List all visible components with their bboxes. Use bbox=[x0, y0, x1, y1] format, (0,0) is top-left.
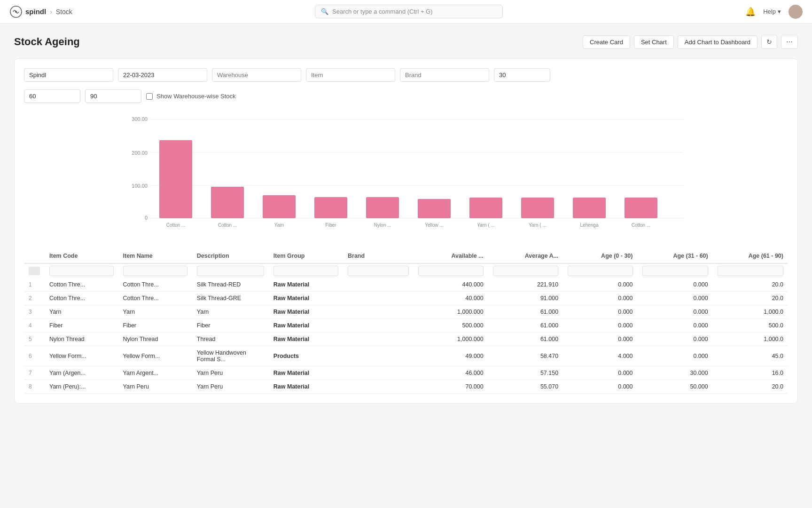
table-row: 4 Fiber Fiber Fiber Raw Material 500.000… bbox=[24, 319, 788, 333]
cell-item-code[interactable]: Cotton Thre... bbox=[45, 278, 118, 292]
logo[interactable]: spindl bbox=[9, 5, 46, 18]
company-filter[interactable] bbox=[24, 68, 113, 82]
filter-item-name[interactable] bbox=[123, 266, 187, 276]
filter-item-group[interactable] bbox=[273, 266, 338, 276]
cell-item-name[interactable]: Yarn Peru bbox=[118, 380, 192, 394]
cell-item-code[interactable]: Yellow Form... bbox=[45, 346, 118, 366]
filter-cell-name[interactable] bbox=[118, 263, 192, 278]
cell-avg-age: 58.470 bbox=[488, 346, 563, 366]
col-age31-60[interactable]: Age (31 - 60) bbox=[638, 249, 713, 263]
col-item-group[interactable]: Item Group bbox=[269, 249, 343, 263]
cell-item-group[interactable]: Raw Material bbox=[269, 366, 343, 380]
col-age61-90[interactable]: Age (61 - 90) bbox=[713, 249, 788, 263]
warehouse-filter[interactable] bbox=[212, 68, 301, 82]
cell-item-code[interactable]: Fiber bbox=[45, 319, 118, 333]
cell-item-code[interactable]: Yarn (Argen... bbox=[45, 366, 118, 380]
cell-item-name[interactable]: Nylon Thread bbox=[118, 333, 192, 346]
cell-avg-age: 55.070 bbox=[488, 380, 563, 394]
cell-item-group[interactable]: Products bbox=[269, 346, 343, 366]
bar-chart: 300.00 200.00 100.00 0 Cotton ... Cotton… bbox=[24, 112, 788, 244]
avatar[interactable] bbox=[789, 5, 803, 19]
cell-item-name[interactable]: Cotton Thre... bbox=[118, 278, 192, 292]
warehouse-checkbox[interactable] bbox=[146, 93, 153, 100]
item-filter[interactable] bbox=[306, 68, 395, 82]
filter-cell-age31[interactable] bbox=[638, 263, 713, 278]
cell-item-name[interactable]: Fiber bbox=[118, 319, 192, 333]
filter-item-code[interactable] bbox=[49, 266, 114, 276]
help-button[interactable]: Help ▾ bbox=[763, 8, 781, 15]
col-avg-age[interactable]: Average A... bbox=[488, 249, 563, 263]
cell-item-group[interactable]: Raw Material bbox=[269, 380, 343, 394]
cell-brand[interactable] bbox=[343, 292, 414, 305]
cell-description[interactable]: Yarn bbox=[192, 305, 269, 319]
search-area[interactable]: 🔍 Search or type a command (Ctrl + G) bbox=[315, 5, 503, 18]
cell-avg-age: 61.000 bbox=[488, 319, 563, 333]
filter-description[interactable] bbox=[197, 266, 264, 276]
date-filter[interactable] bbox=[118, 68, 207, 82]
cell-item-code[interactable]: Yarn bbox=[45, 305, 118, 319]
cell-item-group[interactable]: Raw Material bbox=[269, 305, 343, 319]
cell-description[interactable]: Yarn Peru bbox=[192, 366, 269, 380]
col-item-name[interactable]: Item Name bbox=[118, 249, 192, 263]
add-chart-button[interactable]: Add Chart to Dashboard bbox=[678, 35, 757, 49]
filter-cell-group[interactable] bbox=[269, 263, 343, 278]
cell-description[interactable]: Fiber bbox=[192, 319, 269, 333]
range1-filter[interactable] bbox=[494, 68, 550, 82]
brand-filter[interactable] bbox=[400, 68, 489, 82]
filter-age0-30[interactable] bbox=[568, 266, 632, 276]
cell-item-group[interactable]: Raw Material bbox=[269, 333, 343, 346]
cell-item-name[interactable]: Cotton Thre... bbox=[118, 292, 192, 305]
cell-item-name[interactable]: Yarn Argent... bbox=[118, 366, 192, 380]
search-box[interactable]: 🔍 Search or type a command (Ctrl + G) bbox=[315, 5, 503, 18]
svg-text:0: 0 bbox=[145, 215, 148, 221]
cell-description[interactable]: Yarn Peru bbox=[192, 380, 269, 394]
cell-item-code[interactable]: Nylon Thread bbox=[45, 333, 118, 346]
cell-description[interactable]: Silk Thread-RED bbox=[192, 278, 269, 292]
col-available[interactable]: Available ... bbox=[414, 249, 488, 263]
filter-cell-desc[interactable] bbox=[192, 263, 269, 278]
col-age0-30[interactable]: Age (0 - 30) bbox=[563, 249, 637, 263]
cell-brand[interactable] bbox=[343, 380, 414, 394]
filter-age61-90[interactable] bbox=[718, 266, 783, 276]
cell-brand[interactable] bbox=[343, 346, 414, 366]
breadcrumb-item[interactable]: Stock bbox=[56, 8, 72, 16]
cell-item-group[interactable]: Raw Material bbox=[269, 278, 343, 292]
range3-filter[interactable] bbox=[85, 89, 141, 103]
set-chart-button[interactable]: Set Chart bbox=[634, 35, 674, 49]
filter-avg-age[interactable] bbox=[493, 266, 558, 276]
filter-cell-avg[interactable] bbox=[488, 263, 563, 278]
cell-brand[interactable] bbox=[343, 319, 414, 333]
bell-icon[interactable]: 🔔 bbox=[745, 7, 756, 17]
filter-cell-brand[interactable] bbox=[343, 263, 414, 278]
cell-item-code[interactable]: Yarn (Peru):... bbox=[45, 380, 118, 394]
filter-available[interactable] bbox=[418, 266, 484, 276]
filter-age31-60[interactable] bbox=[642, 266, 708, 276]
filter-cell-age61[interactable] bbox=[713, 263, 788, 278]
refresh-button[interactable]: ↻ bbox=[761, 35, 777, 49]
table-row: 1 Cotton Thre... Cotton Thre... Silk Thr… bbox=[24, 278, 788, 292]
cell-brand[interactable] bbox=[343, 333, 414, 346]
cell-brand[interactable] bbox=[343, 366, 414, 380]
create-card-button[interactable]: Create Card bbox=[583, 35, 630, 49]
cell-brand[interactable] bbox=[343, 278, 414, 292]
cell-description[interactable]: Thread bbox=[192, 333, 269, 346]
cell-description[interactable]: Yellow Handwoven Formal S... bbox=[192, 346, 269, 366]
col-description[interactable]: Description bbox=[192, 249, 269, 263]
cell-description[interactable]: Silk Thread-GRE bbox=[192, 292, 269, 305]
more-button[interactable]: ⋯ bbox=[781, 35, 798, 49]
filter-cell-age0[interactable] bbox=[563, 263, 637, 278]
search-icon: 🔍 bbox=[321, 8, 328, 15]
cell-brand[interactable] bbox=[343, 305, 414, 319]
filter-cell-available[interactable] bbox=[414, 263, 488, 278]
cell-item-group[interactable]: Raw Material bbox=[269, 292, 343, 305]
cell-item-name[interactable]: Yarn bbox=[118, 305, 192, 319]
cell-item-group[interactable]: Raw Material bbox=[269, 319, 343, 333]
col-item-code[interactable]: Item Code bbox=[45, 249, 118, 263]
cell-item-name[interactable]: Yellow Form... bbox=[118, 346, 192, 366]
col-brand[interactable]: Brand bbox=[343, 249, 414, 263]
nav-right: 🔔 Help ▾ bbox=[745, 5, 803, 19]
range2-filter[interactable] bbox=[24, 89, 80, 103]
cell-item-code[interactable]: Cotton Thre... bbox=[45, 292, 118, 305]
filter-brand[interactable] bbox=[348, 266, 409, 276]
filter-cell-code[interactable] bbox=[45, 263, 118, 278]
